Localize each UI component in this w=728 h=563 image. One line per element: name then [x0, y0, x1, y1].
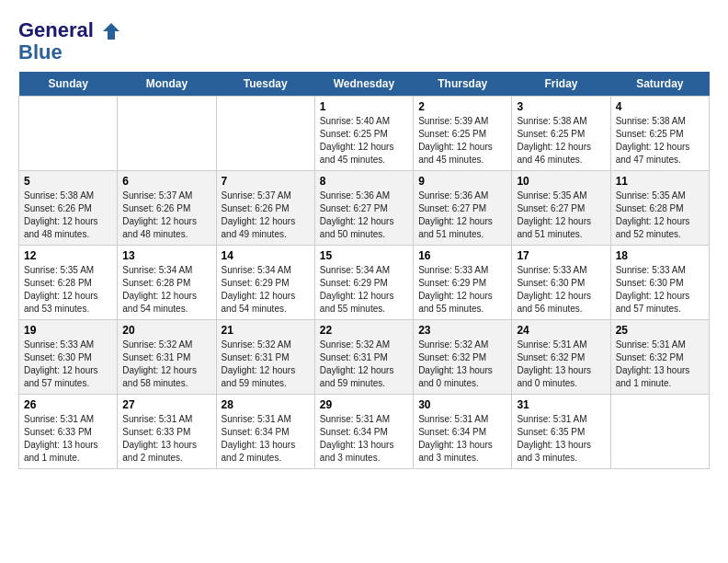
day-info: Sunrise: 5:31 AMSunset: 6:34 PMDaylight:…: [320, 413, 408, 465]
calendar-cell: 13Sunrise: 5:34 AMSunset: 6:28 PMDayligh…: [118, 246, 216, 320]
day-header-sunday: Sunday: [19, 72, 118, 97]
day-number: 2: [418, 100, 506, 113]
day-number: 29: [320, 398, 408, 411]
day-number: 7: [222, 175, 310, 188]
day-info: Sunrise: 5:39 AMSunset: 6:25 PMDaylight:…: [418, 115, 506, 167]
calendar-cell: 3Sunrise: 5:38 AMSunset: 6:25 PMDaylight…: [512, 97, 610, 171]
calendar-cell: 15Sunrise: 5:34 AMSunset: 6:29 PMDayligh…: [314, 246, 413, 320]
day-number: 14: [222, 249, 310, 262]
day-number: 6: [122, 175, 210, 188]
logo: General Blue: [18, 18, 121, 63]
day-info: Sunrise: 5:33 AMSunset: 6:30 PMDaylight:…: [616, 264, 704, 316]
day-info: Sunrise: 5:31 AMSunset: 6:35 PMDaylight:…: [517, 413, 605, 465]
day-number: 12: [24, 249, 112, 262]
calendar-cell: 11Sunrise: 5:35 AMSunset: 6:28 PMDayligh…: [610, 171, 709, 246]
day-info: Sunrise: 5:31 AMSunset: 6:33 PMDaylight:…: [24, 413, 112, 465]
calendar-cell: 22Sunrise: 5:32 AMSunset: 6:31 PMDayligh…: [314, 320, 413, 395]
calendar-cell: 5Sunrise: 5:38 AMSunset: 6:26 PMDaylight…: [19, 171, 118, 246]
day-info: Sunrise: 5:36 AMSunset: 6:27 PMDaylight:…: [320, 190, 408, 241]
day-info: Sunrise: 5:38 AMSunset: 6:25 PMDaylight:…: [616, 115, 704, 167]
day-number: 11: [616, 175, 704, 188]
day-number: 25: [616, 324, 704, 337]
calendar-cell: 16Sunrise: 5:33 AMSunset: 6:29 PMDayligh…: [414, 246, 512, 320]
day-header-thursday: Thursday: [414, 72, 512, 97]
day-number: 23: [418, 324, 506, 337]
day-info: Sunrise: 5:36 AMSunset: 6:27 PMDaylight:…: [418, 190, 506, 241]
calendar-cell: 8Sunrise: 5:36 AMSunset: 6:27 PMDaylight…: [314, 171, 413, 246]
calendar-cell: 9Sunrise: 5:36 AMSunset: 6:27 PMDaylight…: [414, 171, 512, 246]
week-row-4: 19Sunrise: 5:33 AMSunset: 6:30 PMDayligh…: [19, 320, 710, 395]
calendar-cell: 4Sunrise: 5:38 AMSunset: 6:25 PMDaylight…: [610, 97, 709, 171]
day-info: Sunrise: 5:35 AMSunset: 6:28 PMDaylight:…: [616, 190, 704, 241]
calendar-cell: 10Sunrise: 5:35 AMSunset: 6:27 PMDayligh…: [512, 171, 610, 246]
day-info: Sunrise: 5:40 AMSunset: 6:25 PMDaylight:…: [320, 115, 408, 167]
day-info: Sunrise: 5:35 AMSunset: 6:28 PMDaylight:…: [24, 264, 112, 316]
calendar-cell: [610, 395, 709, 469]
day-number: 26: [24, 398, 112, 411]
calendar-cell: 28Sunrise: 5:31 AMSunset: 6:34 PMDayligh…: [216, 395, 314, 469]
calendar-cell: [19, 97, 118, 171]
day-info: Sunrise: 5:37 AMSunset: 6:26 PMDaylight:…: [122, 190, 210, 241]
day-header-tuesday: Tuesday: [216, 72, 314, 97]
day-info: Sunrise: 5:31 AMSunset: 6:34 PMDaylight:…: [222, 413, 310, 465]
day-number: 1: [320, 100, 408, 113]
calendar-cell: 27Sunrise: 5:31 AMSunset: 6:33 PMDayligh…: [118, 395, 216, 469]
day-info: Sunrise: 5:33 AMSunset: 6:30 PMDaylight:…: [24, 339, 112, 390]
day-info: Sunrise: 5:31 AMSunset: 6:32 PMDaylight:…: [517, 339, 605, 390]
day-number: 17: [517, 249, 605, 262]
calendar-cell: 31Sunrise: 5:31 AMSunset: 6:35 PMDayligh…: [512, 395, 610, 469]
day-info: Sunrise: 5:34 AMSunset: 6:29 PMDaylight:…: [222, 264, 310, 316]
day-number: 13: [122, 249, 210, 262]
day-number: 30: [418, 398, 506, 411]
week-row-3: 12Sunrise: 5:35 AMSunset: 6:28 PMDayligh…: [19, 246, 710, 320]
calendar-cell: 19Sunrise: 5:33 AMSunset: 6:30 PMDayligh…: [19, 320, 118, 395]
calendar-cell: 6Sunrise: 5:37 AMSunset: 6:26 PMDaylight…: [118, 171, 216, 246]
day-header-friday: Friday: [512, 72, 610, 97]
day-info: Sunrise: 5:38 AMSunset: 6:26 PMDaylight:…: [24, 190, 112, 241]
calendar-cell: 21Sunrise: 5:32 AMSunset: 6:31 PMDayligh…: [216, 320, 314, 395]
day-info: Sunrise: 5:31 AMSunset: 6:33 PMDaylight:…: [122, 413, 210, 465]
day-number: 20: [122, 324, 210, 337]
calendar-cell: 30Sunrise: 5:31 AMSunset: 6:34 PMDayligh…: [414, 395, 512, 469]
day-info: Sunrise: 5:34 AMSunset: 6:28 PMDaylight:…: [122, 264, 210, 316]
calendar-cell: 17Sunrise: 5:33 AMSunset: 6:30 PMDayligh…: [512, 246, 610, 320]
calendar-cell: 1Sunrise: 5:40 AMSunset: 6:25 PMDaylight…: [314, 97, 413, 171]
day-info: Sunrise: 5:33 AMSunset: 6:30 PMDaylight:…: [517, 264, 605, 316]
week-row-1: 1Sunrise: 5:40 AMSunset: 6:25 PMDaylight…: [19, 97, 710, 171]
day-number: 10: [517, 175, 605, 188]
day-info: Sunrise: 5:31 AMSunset: 6:32 PMDaylight:…: [616, 339, 704, 390]
day-number: 31: [517, 398, 605, 411]
calendar-cell: 25Sunrise: 5:31 AMSunset: 6:32 PMDayligh…: [610, 320, 709, 395]
day-info: Sunrise: 5:35 AMSunset: 6:27 PMDaylight:…: [517, 190, 605, 241]
svg-marker-0: [103, 23, 119, 40]
day-number: 21: [222, 324, 310, 337]
day-number: 3: [517, 100, 605, 113]
calendar-cell: 24Sunrise: 5:31 AMSunset: 6:32 PMDayligh…: [512, 320, 610, 395]
day-info: Sunrise: 5:32 AMSunset: 6:31 PMDaylight:…: [320, 339, 408, 390]
calendar-cell: 2Sunrise: 5:39 AMSunset: 6:25 PMDaylight…: [414, 97, 512, 171]
day-header-saturday: Saturday: [610, 72, 709, 97]
header-row: SundayMondayTuesdayWednesdayThursdayFrid…: [19, 72, 710, 97]
calendar-cell: 26Sunrise: 5:31 AMSunset: 6:33 PMDayligh…: [19, 395, 118, 469]
day-info: Sunrise: 5:32 AMSunset: 6:31 PMDaylight:…: [122, 339, 210, 390]
day-number: 4: [616, 100, 704, 113]
calendar-table: SundayMondayTuesdayWednesdayThursdayFrid…: [18, 72, 710, 469]
week-row-2: 5Sunrise: 5:38 AMSunset: 6:26 PMDaylight…: [19, 171, 710, 246]
calendar-cell: 23Sunrise: 5:32 AMSunset: 6:32 PMDayligh…: [414, 320, 512, 395]
day-header-monday: Monday: [118, 72, 216, 97]
page-header: General Blue: [18, 18, 710, 63]
calendar-cell: 29Sunrise: 5:31 AMSunset: 6:34 PMDayligh…: [314, 395, 413, 469]
day-info: Sunrise: 5:32 AMSunset: 6:32 PMDaylight:…: [418, 339, 506, 390]
day-number: 9: [418, 175, 506, 188]
day-number: 24: [517, 324, 605, 337]
logo-text: General: [18, 18, 121, 42]
day-number: 28: [222, 398, 310, 411]
calendar-cell: 18Sunrise: 5:33 AMSunset: 6:30 PMDayligh…: [610, 246, 709, 320]
logo-blue: Blue: [18, 42, 121, 63]
day-number: 19: [24, 324, 112, 337]
day-number: 22: [320, 324, 408, 337]
calendar-cell: [118, 97, 216, 171]
day-number: 15: [320, 249, 408, 262]
logo-icon: [101, 21, 121, 41]
day-number: 27: [122, 398, 210, 411]
